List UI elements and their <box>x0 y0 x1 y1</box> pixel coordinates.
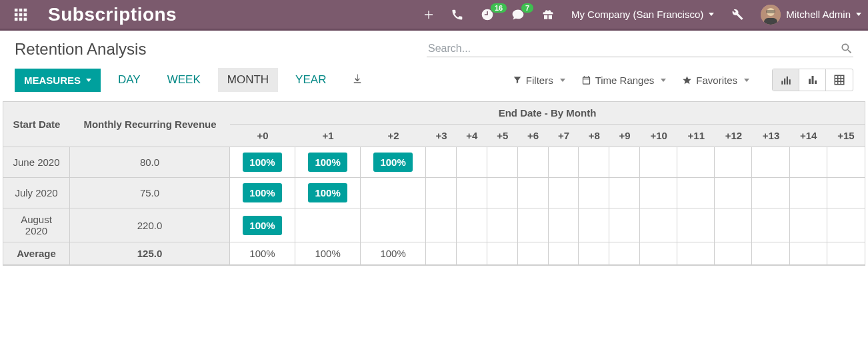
control-panel: Retention Analysis <box>0 31 868 64</box>
search-bar[interactable] <box>427 42 853 57</box>
cohort-cell[interactable]: 100% <box>230 208 295 242</box>
range-year[interactable]: YEAR <box>286 68 335 92</box>
cohort-cell <box>361 208 426 242</box>
col-offset: +6 <box>518 125 549 147</box>
cohort-cell <box>752 178 789 208</box>
apps-icon[interactable] <box>13 7 28 22</box>
filter-icon <box>513 75 522 85</box>
filters-label: Filters <box>526 75 553 86</box>
cohort-cell <box>518 242 549 265</box>
col-offset: +0 <box>230 125 295 147</box>
row-mrr: 125.0 <box>70 242 230 265</box>
chevron-down-icon <box>560 79 565 82</box>
search-input[interactable] <box>427 42 840 55</box>
cohort-cell: 100% <box>230 242 295 265</box>
cohort-cell <box>790 242 827 265</box>
user-menu[interactable]: Mitchell Admin <box>761 5 861 25</box>
cohort-cell <box>457 147 487 178</box>
svg-rect-12 <box>766 10 775 13</box>
favorites-label: Favorites <box>696 75 737 86</box>
filters-menu[interactable]: Filters <box>513 75 565 86</box>
col-offset: +8 <box>579 125 609 147</box>
chevron-down-icon <box>744 79 749 82</box>
view-cohort[interactable] <box>773 69 799 91</box>
retention-pill: 100% <box>243 183 281 202</box>
table-row: July 202075.0100%100% <box>3 178 865 208</box>
range-week[interactable]: WEEK <box>158 68 210 92</box>
chevron-down-icon <box>661 79 666 82</box>
cohort-cell[interactable]: 100% <box>295 147 361 178</box>
cohort-cell <box>549 242 579 265</box>
phone-icon[interactable] <box>451 9 463 21</box>
cohort-cell[interactable]: 100% <box>361 147 426 178</box>
cohort-cell: 100% <box>361 242 426 265</box>
table-row: August 2020220.0100% <box>3 208 865 242</box>
download-icon[interactable] <box>351 73 363 87</box>
messages-badge: 7 <box>521 3 534 13</box>
svg-rect-8 <box>24 17 27 21</box>
view-pivot[interactable] <box>826 69 853 91</box>
cohort-cell[interactable]: 100% <box>230 178 295 208</box>
favorites-menu[interactable]: Favorites <box>682 75 749 86</box>
activities-icon[interactable]: 16 <box>481 8 494 21</box>
retention-pill: 100% <box>243 216 281 235</box>
messages-icon[interactable]: 7 <box>511 8 525 21</box>
cohort-cell <box>790 147 827 178</box>
cohort-cell <box>579 208 609 242</box>
cohort-cell <box>457 242 487 265</box>
svg-rect-15 <box>786 77 787 85</box>
nav-right: 16 7 My Company (San Francisco) Mitchell… <box>423 5 861 25</box>
time-ranges-label: Time Ranges <box>595 75 655 86</box>
new-icon[interactable] <box>423 9 434 20</box>
cohort-cell <box>426 147 457 178</box>
cohort-icon <box>780 74 792 86</box>
col-offset: +4 <box>457 125 487 147</box>
row-mrr: 75.0 <box>70 178 230 208</box>
cohort-cell <box>677 147 715 178</box>
cohort-cell <box>790 208 827 242</box>
cohort-cell <box>609 242 640 265</box>
app-title[interactable]: Subscriptions <box>48 4 177 25</box>
cohort-cell <box>549 208 579 242</box>
svg-rect-11 <box>764 18 777 25</box>
chevron-down-icon <box>709 13 714 16</box>
cohort-cell <box>677 242 715 265</box>
pivot-icon <box>833 74 845 86</box>
cohort-cell[interactable]: 100% <box>230 147 295 178</box>
col-offset: +15 <box>827 125 865 147</box>
cohort-cell <box>518 178 549 208</box>
cohort-cell <box>426 242 457 265</box>
nav-left: Subscriptions <box>13 4 177 25</box>
range-day[interactable]: DAY <box>109 68 150 92</box>
time-ranges-menu[interactable]: Time Ranges <box>581 75 667 86</box>
range-month[interactable]: MONTH <box>218 68 278 92</box>
svg-rect-13 <box>781 81 783 85</box>
cohort-cell <box>487 208 518 242</box>
view-graph[interactable] <box>799 69 826 91</box>
cohort-cell <box>715 208 752 242</box>
svg-rect-16 <box>789 79 790 85</box>
measures-button[interactable]: MEASURES <box>15 69 101 92</box>
cohort-cell <box>640 242 677 265</box>
company-switcher[interactable]: My Company (San Francisco) <box>571 9 714 20</box>
cohort-body: June 202080.0100%100%100%July 202075.010… <box>3 147 865 265</box>
star-icon <box>682 75 692 85</box>
debug-icon[interactable] <box>731 9 743 21</box>
cohort-cell[interactable]: 100% <box>295 178 361 208</box>
cohort-cell <box>677 178 715 208</box>
company-name: My Company (San Francisco) <box>571 9 703 20</box>
cohort-cell <box>457 178 487 208</box>
gift-icon[interactable] <box>542 9 554 21</box>
cohort-cell <box>752 208 789 242</box>
search-icon[interactable] <box>840 42 853 55</box>
cohort-cell <box>609 208 640 242</box>
retention-pill: 100% <box>308 153 347 172</box>
col-offset: +10 <box>640 125 677 147</box>
cohort-cell <box>827 208 865 242</box>
cohort-cell <box>715 178 752 208</box>
cohort-cell <box>579 147 609 178</box>
user-name: Mitchell Admin <box>786 9 851 20</box>
cohort-cell <box>609 178 640 208</box>
col-offset: +7 <box>549 125 579 147</box>
col-offset: +5 <box>487 125 518 147</box>
